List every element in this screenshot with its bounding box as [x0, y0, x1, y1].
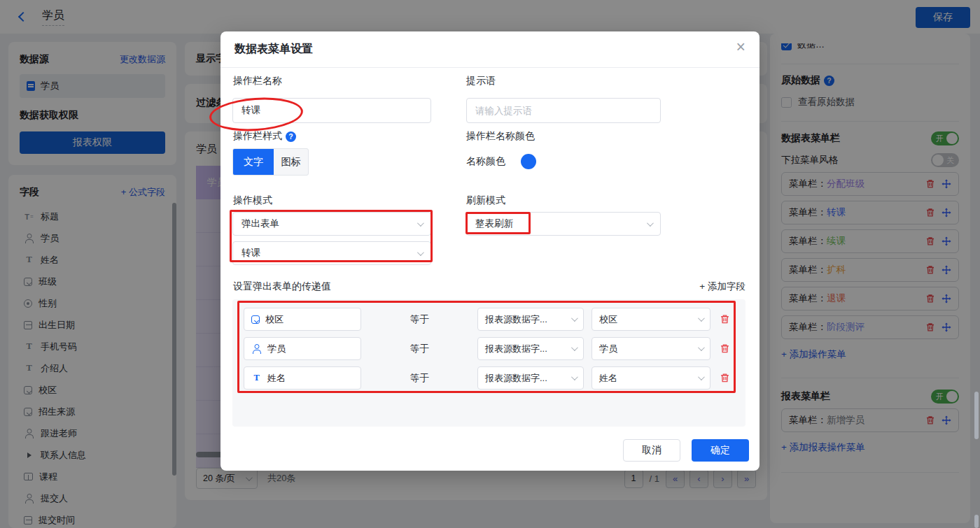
refresh-select[interactable]: 整表刷新	[466, 212, 661, 236]
name-color-row: 名称颜色	[466, 154, 536, 169]
tip-input[interactable]	[466, 98, 661, 123]
chevron-down-icon	[571, 344, 578, 351]
transfer-values-panel: 校区 等于 报表源数据字... 校区 学员 等于 报表源数据字... 学员 姓名…	[232, 299, 746, 427]
operator-label: 等于	[410, 343, 430, 355]
transfer-row-student: 学员 等于 报表源数据字... 学员	[244, 337, 746, 360]
chevron-down-icon	[698, 344, 705, 351]
style-option-icon[interactable]: 图标	[274, 149, 308, 175]
tip-label: 提示语	[466, 75, 496, 87]
transfer-values-label: 设置弹出表单的传递值	[233, 280, 331, 293]
style-label: 操作栏样式?	[233, 130, 296, 143]
operator-label: 等于	[410, 372, 430, 385]
chevron-down-icon	[571, 315, 578, 322]
transfer-row-campus: 校区 等于 报表源数据字... 校区	[244, 308, 746, 331]
style-segmented-control: 文字 图标	[232, 148, 309, 176]
operator-label: 等于	[410, 313, 430, 326]
transfer-row-name: 姓名 等于 报表源数据字... 姓名	[244, 366, 746, 390]
chevron-down-icon	[571, 373, 578, 380]
chevron-down-icon	[417, 220, 424, 227]
refresh-label: 刷新模式	[466, 194, 505, 207]
mode-form-select[interactable]: 转课	[232, 241, 431, 265]
window-scrollbar[interactable]	[974, 392, 979, 439]
action-name-label: 操作栏名称	[233, 75, 282, 87]
value-select[interactable]: 学员	[592, 337, 710, 360]
text-icon	[251, 373, 262, 383]
field-box[interactable]: 校区	[244, 308, 361, 331]
chevron-down-icon	[698, 373, 705, 380]
trash-icon[interactable]	[720, 343, 730, 354]
chevron-down-icon	[417, 249, 424, 256]
window-scrollbar[interactable]	[974, 515, 979, 528]
help-icon[interactable]: ?	[286, 131, 296, 142]
chevron-down-icon	[698, 315, 705, 322]
field-box[interactable]: 学员	[244, 337, 361, 360]
style-option-text[interactable]: 文字	[233, 149, 274, 175]
close-icon[interactable]: ×	[736, 39, 746, 55]
table-menu-settings-modal: 数据表菜单设置 × 操作栏名称 提示语 操作栏样式? 文字 图标 操作栏名称颜色…	[220, 31, 760, 471]
confirm-button[interactable]: 确定	[692, 439, 749, 462]
modal-title: 数据表菜单设置	[220, 31, 760, 68]
mode-select[interactable]: 弹出表单	[232, 212, 431, 236]
source-select[interactable]: 报表源数据字...	[477, 337, 584, 360]
value-select[interactable]: 姓名	[592, 366, 710, 390]
chevron-down-icon	[647, 220, 654, 227]
trash-icon[interactable]	[720, 314, 730, 324]
action-name-input[interactable]	[232, 98, 431, 123]
cancel-button[interactable]: 取消	[623, 439, 680, 462]
select-icon	[251, 315, 260, 324]
app-root: 学员 保存 数据源 更改数据源 学员 数据获取权限 报表权限 字段 + 公式字段…	[0, 0, 980, 528]
source-select[interactable]: 报表源数据字...	[477, 366, 584, 390]
add-field-link[interactable]: + 添加字段	[699, 280, 746, 293]
person-icon	[251, 344, 262, 354]
value-select[interactable]: 校区	[592, 308, 710, 331]
source-select[interactable]: 报表源数据字...	[477, 308, 584, 331]
trash-icon[interactable]	[720, 373, 730, 383]
name-color-label: 操作栏名称颜色	[466, 130, 535, 143]
color-swatch[interactable]	[521, 154, 536, 169]
mode-label: 操作模式	[233, 194, 272, 207]
field-box[interactable]: 姓名	[244, 366, 361, 390]
